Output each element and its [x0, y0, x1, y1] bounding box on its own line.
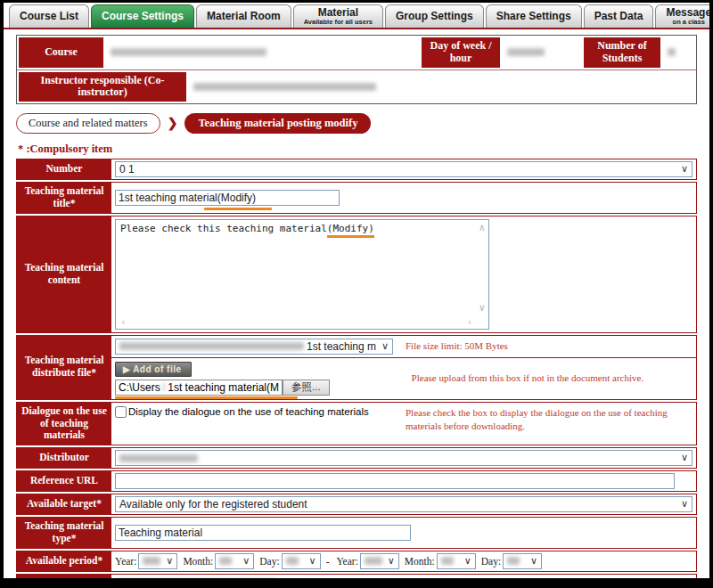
play-icon: ▶: [123, 364, 130, 374]
chevron-down-icon: ∨: [388, 555, 395, 567]
tab-bar: Course List Course Settings Material Roo…: [4, 3, 709, 29]
breadcrumb-course-related[interactable]: Course and related matters: [16, 113, 160, 134]
browse-button[interactable]: 参照...: [283, 380, 330, 396]
scrollbar-down-icon[interactable]: ∨: [479, 303, 485, 313]
title-label: Teaching material title*: [17, 183, 111, 213]
row-dialogue: Dialogue on the use of teaching material…: [16, 402, 697, 445]
chevron-down-icon: ∨: [242, 555, 250, 567]
period-start-year-select[interactable]: ∨: [138, 553, 177, 569]
number-label: Number: [17, 159, 111, 179]
chevron-right-icon: ❯: [168, 116, 178, 131]
tab-material-room[interactable]: Material Room: [196, 4, 291, 28]
period-end-day-label: Day:: [481, 556, 501, 567]
dialogue-checkbox[interactable]: [115, 406, 127, 418]
compulsory-note: * :Compulsory item: [18, 143, 709, 156]
reference-url-label: Reference URL: [17, 471, 111, 491]
redacted-instructor: [193, 83, 376, 91]
row-content: Teaching material content Please check t…: [16, 216, 697, 333]
row-available-period: Available period* Year: ∨ Month: ∨ Day: …: [16, 551, 697, 572]
chevron-down-icon: ∨: [464, 555, 471, 567]
row-available-target: Available target* Available only for the…: [16, 494, 697, 515]
file-size-note: File size limit: 50M Bytes: [406, 339, 508, 353]
add-file-button[interactable]: ▶ Add of file: [115, 362, 192, 377]
page: Course List Course Settings Material Roo…: [4, 3, 709, 578]
tab-group-settings[interactable]: Group Settings: [385, 4, 484, 28]
chevron-down-icon: ∨: [309, 555, 316, 567]
row-updated-by: Updated by (last modified): [16, 574, 697, 578]
available-target-select[interactable]: Available only for the registered studen…: [115, 496, 693, 512]
period-start-year-label: Year:: [115, 556, 136, 567]
tab-material[interactable]: MaterialAvailable for all users: [293, 4, 383, 28]
day-hour-label: Day of week / hour: [422, 37, 500, 68]
available-period-label: Available period*: [17, 551, 111, 571]
distribute-file-label: Teaching material distribute file*: [17, 336, 111, 399]
tab-message[interactable]: Messageon a class: [655, 4, 709, 28]
material-form: Number 0 1 ∨ Teaching material title* Te…: [16, 159, 697, 578]
material-type-label: Teaching material type*: [17, 518, 111, 548]
content-textarea[interactable]: Please check this teaching material(Modi…: [115, 219, 489, 330]
row-title: Teaching material title*: [16, 182, 697, 214]
period-end-month-label: Month:: [405, 556, 435, 567]
row-distribute-file: Teaching material distribute file* 1st t…: [16, 335, 697, 400]
row-distributor: Distributor ∨: [16, 447, 697, 469]
distribute-file-select[interactable]: 1st teaching m ∨: [115, 339, 393, 355]
reference-url-input[interactable]: [115, 473, 675, 489]
redacted-distributor: [119, 454, 198, 462]
distributor-select[interactable]: ∨: [115, 450, 693, 466]
period-end-month-select[interactable]: ∨: [437, 553, 476, 569]
course-info-row-2: Instructor responsible (Co-instructor): [17, 69, 696, 104]
period-separator: -: [326, 556, 330, 567]
period-start-day-select[interactable]: ∨: [282, 553, 321, 569]
redacted-students: [668, 48, 676, 56]
material-type-input[interactable]: [115, 525, 411, 541]
course-value: [105, 36, 420, 69]
scrollbar-left-icon[interactable]: ‹: [120, 317, 127, 327]
chevron-down-icon: ∨: [681, 452, 688, 463]
chevron-down-icon: ∨: [530, 555, 537, 567]
title-input[interactable]: [115, 190, 340, 206]
modify-annotation-underline: [204, 208, 272, 210]
redacted-day-hour: [507, 48, 545, 56]
day-hour-value: [502, 36, 582, 69]
redacted-user-folder: [163, 383, 166, 391]
students-value: [662, 36, 696, 69]
tab-course-settings[interactable]: Course Settings: [91, 4, 194, 28]
breadcrumb-current-page: Teaching material posting modify: [184, 113, 371, 134]
period-end-year-select[interactable]: ∨: [360, 553, 399, 569]
redacted-file-name: [119, 342, 304, 350]
period-end-year-label: Year:: [336, 556, 357, 567]
instructor-label: Instructor responsible (Co-instructor): [19, 72, 186, 102]
course-info-table: Course Day of week / hour Number of Stud…: [16, 35, 697, 104]
tab-past-data[interactable]: Past Data: [584, 4, 654, 28]
scrollbar-up-icon[interactable]: ∧: [479, 223, 485, 233]
content-label: Teaching material content: [17, 216, 111, 332]
course-info-row-1: Course Day of week / hour Number of Stud…: [17, 36, 696, 69]
dialogue-checkbox-label: Display the dialogue on the use of teach…: [128, 406, 369, 417]
file-path-input[interactable]: C:\Users 1st teaching material(M: [115, 380, 283, 396]
chevron-down-icon: ∨: [381, 340, 389, 352]
dialogue-label: Dialogue on the use of teaching material…: [17, 403, 111, 445]
period-end-day-select[interactable]: ∨: [503, 553, 542, 569]
upload-note: Please upload from this box if not in th…: [412, 372, 644, 385]
dialogue-note: Please check the box to display the dial…: [406, 406, 693, 433]
updated-by-label: Updated by (last modified): [17, 575, 111, 578]
chevron-down-icon: ∨: [166, 555, 173, 567]
row-reference-url: Reference URL: [16, 470, 697, 492]
period-start-month-label: Month:: [183, 556, 213, 567]
redacted-course-name: [111, 48, 266, 56]
instructor-value: [188, 70, 696, 104]
chevron-down-icon: ∨: [681, 163, 688, 175]
file-path-annotation-underline: [115, 396, 298, 399]
tab-share-settings[interactable]: Share Settings: [486, 4, 582, 28]
course-label: Course: [19, 37, 103, 68]
available-target-label: Available target*: [17, 494, 111, 514]
tab-course-list[interactable]: Course List: [9, 4, 89, 28]
students-label: Number of Students: [584, 37, 660, 68]
period-start-month-select[interactable]: ∨: [215, 553, 254, 569]
row-number: Number 0 1 ∨: [16, 159, 697, 180]
scrollbar-right-icon[interactable]: ›: [466, 317, 472, 327]
number-select[interactable]: 0 1 ∨: [115, 161, 693, 177]
period-start-day-label: Day:: [259, 556, 279, 567]
distributor-label: Distributor: [17, 448, 111, 468]
row-material-type: Teaching material type*: [16, 517, 697, 549]
